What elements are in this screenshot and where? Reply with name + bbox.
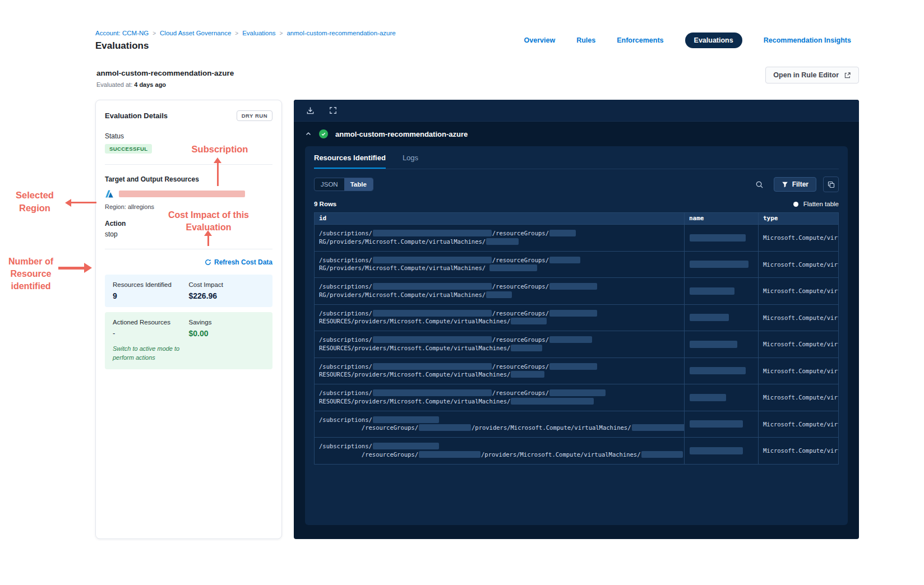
redacted-value (373, 310, 492, 317)
redacted-value (511, 371, 544, 378)
redacted-value (373, 389, 492, 396)
tab-logs[interactable]: Logs (403, 154, 418, 169)
table-row[interactable]: /subscriptions/ /resourceGroups//provide… (315, 437, 838, 464)
redacted-value (511, 318, 547, 324)
copy-icon[interactable] (823, 177, 839, 192)
cost-impact-label: Cost Impact (189, 281, 265, 288)
table-row[interactable]: /subscriptions//resourceGroups/RG/provid… (315, 224, 838, 251)
results-title-row: anmol-custom-recommendation-azure (294, 122, 859, 145)
active-mode-note: Switch to active mode to perform actions (113, 345, 197, 363)
annotation-cost-impact-arrowhead (204, 230, 212, 236)
annotation-resources-identified-arrow (58, 267, 85, 270)
view-toggle: JSON Table (314, 178, 373, 191)
cell-type: Microsoft.Compute/virtu (759, 384, 838, 411)
divider (105, 164, 272, 165)
redacted-value (549, 336, 592, 343)
azure-icon (105, 189, 114, 198)
cell-name (685, 278, 759, 304)
savings-label: Savings (189, 319, 265, 326)
evaluated-at-value: 4 days ago (134, 81, 166, 88)
redacted-value (419, 424, 471, 431)
redacted-value (632, 424, 685, 431)
redacted-value (549, 230, 576, 236)
tab-overview[interactable]: Overview (524, 36, 556, 44)
tab-rules[interactable]: Rules (576, 36, 595, 44)
cell-type: Microsoft.Compute/virtu (759, 305, 838, 331)
fullscreen-icon[interactable] (329, 106, 337, 114)
cell-name (685, 384, 759, 411)
status-label: Status (105, 132, 272, 140)
tab-enforcements[interactable]: Enforcements (617, 36, 663, 44)
tab-recommendation-insights[interactable]: Recommendation Insights (764, 36, 851, 44)
refresh-cost-data-link[interactable]: Refresh Cost Data (205, 258, 272, 266)
redacted-value (549, 389, 606, 396)
breadcrumb-cloud-asset-governance[interactable]: Cloud Asset Governance (160, 30, 231, 36)
results-toolbar (294, 100, 859, 122)
redacted-value (373, 336, 492, 343)
cell-name (685, 331, 759, 357)
savings-value: $0.00 (189, 329, 265, 338)
redacted-name (690, 420, 743, 428)
evaluated-at: Evaluated at:4 days ago (96, 81, 166, 88)
flatten-table-toggle[interactable] (793, 202, 798, 207)
status-badge: SUCCESSFUL (105, 144, 152, 154)
view-json-button[interactable]: JSON (315, 178, 344, 191)
redacted-value (511, 345, 542, 351)
table-row[interactable]: /subscriptions//resourceGroups/RESOURCES… (315, 331, 838, 357)
table-row[interactable]: /subscriptions/ /resourceGroups//provide… (315, 411, 838, 438)
results-evaluation-name: anmol-custom-recommendation-azure (335, 130, 468, 138)
redacted-value (373, 230, 492, 236)
download-icon[interactable] (306, 106, 315, 115)
breadcrumb-account[interactable]: Account: CCM-NG (95, 30, 149, 36)
open-rule-editor-label: Open in Rule Editor (773, 71, 839, 79)
redacted-value (489, 264, 537, 271)
redacted-value (373, 283, 492, 290)
annotation-resources-identified: Number of Resource identified (3, 256, 58, 292)
table-row[interactable]: /subscriptions//resourceGroups/RESOURCES… (315, 304, 838, 331)
cell-type: Microsoft.Compute/virtu (759, 252, 838, 278)
breadcrumb-separator: > (235, 30, 238, 36)
collapse-chevron-icon[interactable] (305, 131, 312, 137)
top-nav: Overview Rules Enforcements Evaluations … (524, 32, 851, 48)
redacted-value (373, 416, 439, 423)
flatten-table-label: Flatten table (803, 201, 839, 207)
table-row[interactable]: /subscriptions//resourceGroups/RG/provid… (315, 251, 838, 278)
cell-name (685, 438, 759, 464)
column-header-name: name (685, 213, 759, 224)
cell-id: /subscriptions//resourceGroups/RESOURCES… (315, 384, 685, 411)
tab-evaluations[interactable]: Evaluations (685, 32, 742, 48)
redacted-name (690, 261, 749, 268)
external-link-icon (844, 72, 851, 79)
breadcrumb-evaluations[interactable]: Evaluations (242, 30, 275, 36)
filter-button[interactable]: Filter (774, 177, 816, 192)
breadcrumb-separator: > (153, 30, 156, 36)
breadcrumb-separator: > (280, 30, 283, 36)
actioned-panel: Actioned Resources Savings - $0.00 Switc… (105, 312, 272, 369)
cell-type: Microsoft.Compute/virtu (759, 438, 838, 464)
redacted-value (549, 283, 597, 290)
cell-type: Microsoft.Compute/virtu (759, 411, 838, 438)
redacted-value (373, 443, 439, 449)
open-rule-editor-button[interactable]: Open in Rule Editor (765, 67, 859, 83)
redacted-name (690, 447, 743, 454)
breadcrumb-evaluation-name[interactable]: anmol-custom-recommendation-azure (287, 30, 395, 36)
refresh-cost-data-label: Refresh Cost Data (214, 258, 272, 266)
redacted-value (549, 257, 580, 263)
table-row[interactable]: /subscriptions//resourceGroups/RG/provid… (315, 277, 838, 304)
redacted-name (690, 287, 734, 295)
resources-identified-label: Resources Identified (113, 281, 189, 288)
table-row[interactable]: /subscriptions//resourceGroups/RESOURCES… (315, 384, 838, 411)
divider (105, 249, 272, 249)
annotation-subscription-arrow (217, 162, 219, 186)
annotation-cost-impact-arrow (207, 235, 209, 246)
cell-name (685, 411, 759, 438)
tab-resources-identified[interactable]: Resources Identified (314, 154, 386, 169)
redacted-value (486, 238, 519, 245)
redacted-subscription-bar (119, 191, 245, 197)
view-table-button[interactable]: Table (344, 178, 373, 191)
table-row[interactable]: /subscriptions//resourceGroups/RESOURCES… (315, 357, 838, 384)
search-icon[interactable] (752, 177, 767, 192)
cell-id: /subscriptions/ /resourceGroups//provide… (315, 438, 685, 464)
annotation-selected-region: Selected Region (6, 189, 64, 215)
results-tabs: Resources Identified Logs (314, 146, 839, 169)
